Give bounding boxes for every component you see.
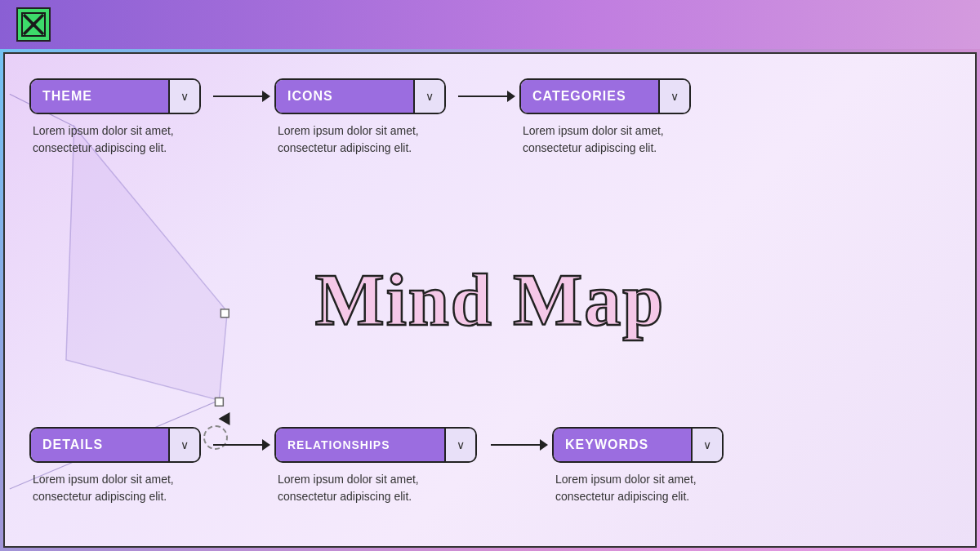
arrow-head-1 [262,91,270,102]
slide-wrapper: Mind Map THEME ∨ Lorem ipsum dolor sit a… [0,0,980,551]
arrow-icons-categories [454,78,519,114]
keywords-label: KEYWORDS [554,429,691,461]
icons-label: ICONS [276,80,413,113]
arrow-head-4 [540,439,548,451]
theme-chevron[interactable]: ∨ [168,80,199,113]
details-label: DETAILS [31,429,168,461]
relationships-node: RELATIONSHIPS ∨ Lorem ipsum dolor sit am… [274,427,487,505]
icons-button[interactable]: ICONS ∨ [274,78,446,114]
top-bar [0,0,980,49]
keywords-node: KEYWORDS ∨ Lorem ipsum dolor sit amet, c… [552,427,732,505]
categories-label: CATEGORIES [521,80,658,113]
relationships-label: RELATIONSHIPS [276,429,444,461]
logo-box [16,7,51,42]
icons-node: ICONS ∨ Lorem ipsum dolor sit amet, cons… [274,78,454,157]
theme-label: THEME [31,80,168,113]
details-button[interactable]: DETAILS ∨ [29,427,201,463]
arrow-theme-icons [209,78,274,114]
details-description: Lorem ipsum dolor sit amet, consectetur … [29,471,174,505]
svg-marker-3 [66,127,227,401]
theme-button[interactable]: THEME ∨ [29,78,201,114]
categories-chevron[interactable]: ∨ [658,80,689,113]
icons-chevron[interactable]: ∨ [413,80,444,113]
relationships-button[interactable]: RELATIONSHIPS ∨ [274,427,477,463]
main-content: Mind Map THEME ∨ Lorem ipsum dolor sit a… [3,52,977,548]
mindmap-title: Mind Map [315,264,666,337]
theme-node: THEME ∨ Lorem ipsum dolor sit amet, cons… [29,78,209,157]
arrow-details-relationships [209,427,274,463]
keywords-button[interactable]: KEYWORDS ∨ [552,427,724,463]
categories-description: Lorem ipsum dolor sit amet, consectetur … [519,122,664,157]
top-row: THEME ∨ Lorem ipsum dolor sit amet, cons… [29,78,951,157]
categories-button[interactable]: CATEGORIES ∨ [519,78,691,114]
relationships-description: Lorem ipsum dolor sit amet, consectetur … [274,471,419,505]
keywords-description: Lorem ipsum dolor sit amet, consectetur … [552,471,697,505]
keywords-chevron[interactable]: ∨ [691,429,722,461]
icons-description: Lorem ipsum dolor sit amet, consectetur … [274,122,419,157]
arrow-head-2 [507,91,515,102]
svg-rect-7 [215,398,223,406]
details-node: DETAILS ∨ Lorem ipsum dolor sit amet, co… [29,427,209,505]
categories-node: CATEGORIES ∨ Lorem ipsum dolor sit amet,… [519,78,699,157]
details-chevron[interactable]: ∨ [168,429,199,461]
bottom-row: DETAILS ∨ Lorem ipsum dolor sit amet, co… [29,427,951,505]
arrow-relationships-keywords [487,427,552,463]
theme-description: Lorem ipsum dolor sit amet, consectetur … [29,122,174,157]
arrow-head-3 [262,439,270,451]
relationships-chevron[interactable]: ∨ [444,429,475,461]
svg-rect-6 [220,309,229,318]
